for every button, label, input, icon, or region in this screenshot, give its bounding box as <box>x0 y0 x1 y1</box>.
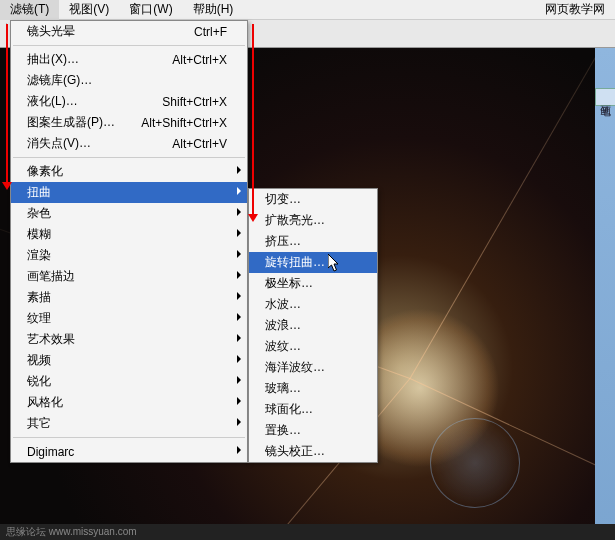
mi-lens-flare[interactable]: 镜头光晕Ctrl+F <box>11 21 247 42</box>
mi-pattern-maker[interactable]: 图案生成器(P)…Alt+Shift+Ctrl+X <box>11 112 247 133</box>
mi-vanishing-point[interactable]: 消失点(V)…Alt+Ctrl+V <box>11 133 247 154</box>
lens-flare-ring <box>430 418 520 508</box>
menu-view[interactable]: 视图(V) <box>59 0 119 20</box>
mi-sketch[interactable]: 素描 <box>11 287 247 308</box>
chevron-right-icon <box>237 166 241 174</box>
menu-separator <box>13 157 245 158</box>
mi-polar[interactable]: 极坐标… <box>249 273 377 294</box>
chevron-right-icon <box>237 313 241 321</box>
chevron-right-icon <box>237 397 241 405</box>
mi-liquify[interactable]: 液化(L)…Shift+Ctrl+X <box>11 91 247 112</box>
menu-separator <box>13 437 245 438</box>
chevron-right-icon <box>237 418 241 426</box>
mi-glass[interactable]: 玻璃… <box>249 378 377 399</box>
menu-separator <box>13 45 245 46</box>
mi-brush-strokes[interactable]: 画笔描边 <box>11 266 247 287</box>
annotation-arrow <box>6 24 8 182</box>
annotation-arrow <box>252 24 254 214</box>
distort-submenu: 切变… 扩散亮光… 挤压… 旋转扭曲… 极坐标… 水波… 波浪… 波纹… 海洋波… <box>248 188 378 463</box>
chevron-right-icon <box>237 334 241 342</box>
mi-sharpen[interactable]: 锐化 <box>11 371 247 392</box>
chevron-right-icon <box>237 187 241 195</box>
panel-dock: 画笔 <box>595 48 615 540</box>
mi-render[interactable]: 渲染 <box>11 245 247 266</box>
mi-filter-gallery[interactable]: 滤镜库(G)… <box>11 70 247 91</box>
statusbar: 思缘论坛 www.missyuan.com <box>0 524 615 540</box>
mi-displace[interactable]: 置换… <box>249 420 377 441</box>
mi-wave[interactable]: 波浪… <box>249 315 377 336</box>
cursor-icon <box>328 254 342 272</box>
mi-video[interactable]: 视频 <box>11 350 247 371</box>
filter-menu: 镜头光晕Ctrl+F 抽出(X)…Alt+Ctrl+X 滤镜库(G)… 液化(L… <box>10 20 248 463</box>
statusbar-text: 思缘论坛 www.missyuan.com <box>6 526 137 537</box>
mi-pixelate[interactable]: 像素化 <box>11 161 247 182</box>
mi-noise[interactable]: 杂色 <box>11 203 247 224</box>
mi-distort[interactable]: 扭曲 <box>11 182 247 203</box>
mi-extract[interactable]: 抽出(X)…Alt+Ctrl+X <box>11 49 247 70</box>
chevron-right-icon <box>237 292 241 300</box>
mi-ocean-ripple[interactable]: 海洋波纹… <box>249 357 377 378</box>
mi-artistic[interactable]: 艺术效果 <box>11 329 247 350</box>
chevron-right-icon <box>237 271 241 279</box>
mi-spherize[interactable]: 球面化… <box>249 399 377 420</box>
chevron-right-icon <box>237 250 241 258</box>
mi-shear[interactable]: 切变… <box>249 189 377 210</box>
chevron-right-icon <box>237 229 241 237</box>
mi-stylize[interactable]: 风格化 <box>11 392 247 413</box>
mi-pinch[interactable]: 挤压… <box>249 231 377 252</box>
mi-lens-correction[interactable]: 镜头校正… <box>249 441 377 462</box>
brand-text: 网页教学网 <box>545 1 615 18</box>
mi-twirl[interactable]: 旋转扭曲… <box>249 252 377 273</box>
chevron-right-icon <box>237 208 241 216</box>
menu-filter[interactable]: 滤镜(T) <box>0 0 59 20</box>
mi-zigzag[interactable]: 水波… <box>249 294 377 315</box>
mi-texture[interactable]: 纹理 <box>11 308 247 329</box>
mi-diffuse-glow[interactable]: 扩散亮光… <box>249 210 377 231</box>
mi-other[interactable]: 其它 <box>11 413 247 434</box>
chevron-right-icon <box>237 446 241 454</box>
menubar: 滤镜(T) 视图(V) 窗口(W) 帮助(H) 网页教学网 <box>0 0 615 20</box>
menu-help[interactable]: 帮助(H) <box>183 0 244 20</box>
chevron-right-icon <box>237 355 241 363</box>
mi-digimarc[interactable]: Digimarc <box>11 441 247 462</box>
mi-blur[interactable]: 模糊 <box>11 224 247 245</box>
mi-ripple[interactable]: 波纹… <box>249 336 377 357</box>
brushes-tab[interactable]: 画笔 <box>595 88 615 106</box>
menu-window[interactable]: 窗口(W) <box>119 0 182 20</box>
chevron-right-icon <box>237 376 241 384</box>
